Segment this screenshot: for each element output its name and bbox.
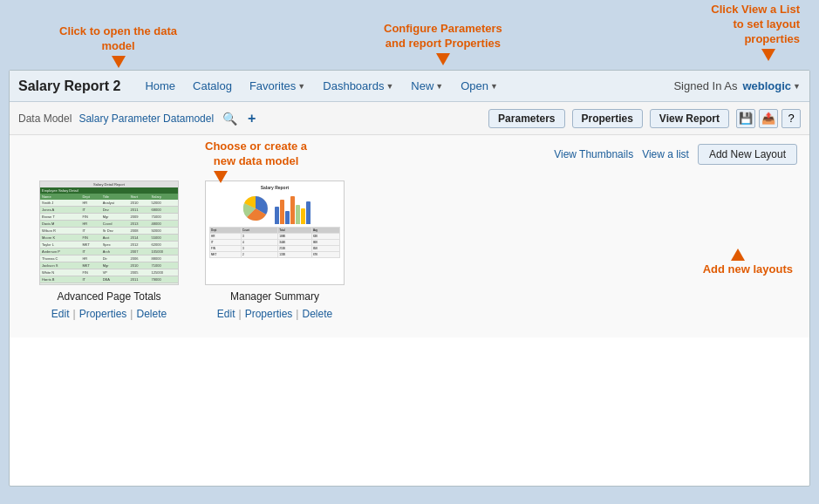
main-card: Salary Report 2 Home Catalog Favorites ▼…	[9, 70, 810, 487]
thumbnail-img-2[interactable]: Salary Report	[205, 180, 345, 285]
thumbnails-row: Salary Detail Report Employee Salary Det…	[22, 172, 797, 329]
annotation-open-data-model: Click to open the data model	[59, 24, 177, 68]
username-dropdown-arrow: ▼	[793, 82, 801, 91]
thumbnail-img-1[interactable]: Salary Detail Report Employee Salary Det…	[39, 180, 179, 285]
annotation-configure-params: Configure Parameters and report Properti…	[384, 22, 502, 65]
data-model-link[interactable]: Salary Parameter Datamodel	[78, 112, 214, 125]
page-title: Salary Report 2	[18, 78, 120, 94]
dashboards-dropdown-arrow: ▼	[386, 82, 393, 91]
view-a-list-link[interactable]: View a list	[642, 148, 689, 160]
delete-link-1[interactable]: Delete	[136, 308, 167, 320]
username-link[interactable]: weblogic ▼	[742, 79, 801, 92]
properties-link-2[interactable]: Properties	[245, 308, 293, 320]
thumbnail-actions-2: Edit | Properties | Delete	[217, 308, 332, 320]
new-dropdown-arrow: ▼	[435, 82, 443, 91]
separator-1: |	[73, 308, 76, 320]
nav-bar: Salary Report 2 Home Catalog Favorites ▼…	[10, 71, 809, 102]
add-new-layout-button[interactable]: Add New Layout	[698, 144, 797, 165]
separator-4: |	[296, 308, 298, 320]
open-dropdown-arrow: ▼	[490, 82, 498, 91]
search-icon[interactable]: 🔍	[221, 110, 239, 127]
data-model-label: Data Model	[18, 112, 72, 125]
thumbnail-actions-1: Edit | Properties | Delete	[51, 308, 167, 320]
thumbnail-label-2: Manager Summary	[230, 290, 319, 303]
delete-link-2[interactable]: Delete	[302, 308, 332, 320]
nav-home[interactable]: Home	[138, 76, 182, 96]
nav-links: Home Catalog Favorites ▼ Dashboards ▼ Ne…	[138, 76, 673, 96]
thumbnail-card-1: Salary Detail Report Employee Salary Det…	[39, 180, 179, 320]
parameters-button[interactable]: Parameters	[488, 109, 564, 128]
view-report-button[interactable]: View Report	[650, 109, 729, 128]
content-area: View Thumbnails View a list Add New Layo…	[10, 135, 809, 337]
annotation-view-list: Click View a List to set layout properti…	[711, 3, 800, 61]
properties-button[interactable]: Properties	[572, 109, 643, 128]
signed-in-label: Signed In As	[673, 79, 737, 92]
properties-link-1[interactable]: Properties	[79, 308, 127, 320]
help-icon[interactable]: ?	[781, 109, 801, 128]
separator-3: |	[239, 308, 242, 320]
view-thumbnails-link[interactable]: View Thumbnails	[554, 148, 633, 160]
save-icon[interactable]: 💾	[736, 109, 755, 128]
nav-favorites[interactable]: Favorites ▼	[242, 76, 312, 96]
add-icon[interactable]: +	[246, 109, 257, 128]
bar-chart	[275, 193, 311, 224]
edit-link-1[interactable]: Edit	[51, 308, 70, 320]
nav-open[interactable]: Open ▼	[454, 76, 505, 96]
edit-link-2[interactable]: Edit	[217, 308, 235, 320]
nav-catalog[interactable]: Catalog	[186, 76, 239, 96]
separator-2: |	[130, 308, 133, 320]
thumbnail-label-1: Advanced Page Totals	[57, 290, 160, 303]
view-options: View Thumbnails View a list Add New Layo…	[22, 144, 797, 165]
thumbnail-card-2: Salary Report	[205, 180, 345, 320]
toolbar: Data Model Salary Parameter Datamodel 🔍 …	[10, 102, 809, 135]
export-icon[interactable]: 📤	[759, 109, 778, 128]
nav-dashboards[interactable]: Dashboards ▼	[316, 76, 400, 96]
nav-right: Signed In As weblogic ▼	[673, 79, 801, 92]
favorites-dropdown-arrow: ▼	[297, 82, 305, 91]
pie-chart	[240, 193, 271, 224]
nav-new[interactable]: New ▼	[404, 76, 450, 96]
toolbar-icons-right: 💾 📤 ?	[736, 109, 801, 128]
